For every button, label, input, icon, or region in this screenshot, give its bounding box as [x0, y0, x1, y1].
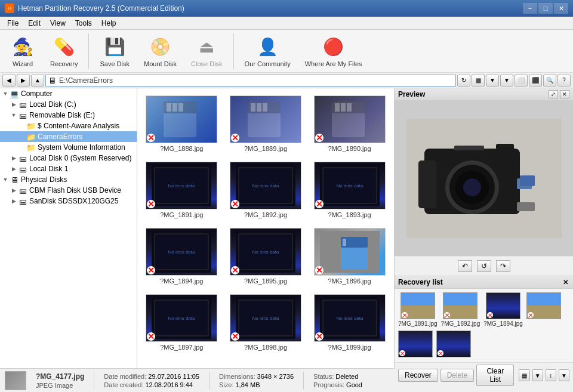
file-thumb-wrap-f1: ✕ — [146, 95, 217, 143]
sidebar-item-local-0[interactable]: ▶ 🖴 Local Disk 0 (System Reserved) — [0, 153, 137, 163]
sidebar-item-content-aware[interactable]: 📁 $ Content-Aware Analysis — [0, 121, 137, 131]
sidebar-item-removable-e[interactable]: ▼ 🖴 Removable Disk (E:) — [0, 110, 137, 121]
preview-next-button[interactable]: ↷ — [496, 260, 510, 272]
sidebar-item-local-1[interactable]: ▶ 🖴 Local Disk 1 — [0, 163, 137, 174]
file-item-f8[interactable]: No lens data ✕?MG_1895.jpg — [226, 226, 306, 287]
content-area: ✕?MG_1888.jpg ✕?MG_1889.jpg ✕?MG_1890.jp… — [137, 88, 394, 368]
recovery-thumb-rl4[interactable]: ✕ — [526, 292, 561, 327]
file-item-f6[interactable]: No lens data ✕?MG_1893.jpg — [310, 159, 389, 221]
file-item-f3[interactable]: ✕?MG_1890.jpg — [310, 93, 389, 155]
menu-tools[interactable]: Tools — [70, 18, 97, 29]
svg-text:No lens data: No lens data — [168, 183, 195, 189]
file-thumb-wrap-f9: ✕ — [314, 228, 386, 276]
preview-detach-button[interactable]: ⤢ — [549, 90, 558, 98]
recovery-thumb-rl5[interactable]: ✕ — [398, 331, 433, 359]
forward-button[interactable]: ▶ — [17, 75, 30, 87]
recovery-thumb-rl2[interactable]: ✕?MG_1892.jpg — [441, 292, 480, 327]
file-thumb-f1 — [146, 95, 217, 143]
preview-reload-button[interactable]: ↺ — [477, 260, 491, 272]
file-item-f10[interactable]: No lens data ✕?MG_1897.jpg — [142, 292, 221, 353]
wizard-icon: 🧙 — [11, 35, 35, 59]
svg-rect-3 — [172, 103, 177, 112]
sidebar-item-physical-disks[interactable]: ▼ 🖥 Physical Disks — [0, 174, 137, 185]
file-thumb-wrap-f12: No lens data ✕ — [314, 294, 386, 342]
mount-disk-label: Mount Disk — [144, 60, 177, 67]
sidebar-item-local-c[interactable]: ▶ 🖴 Local Disk (C:) — [0, 99, 137, 110]
recovery-sort-button[interactable]: ↕ — [546, 369, 556, 381]
search-button[interactable]: 🔍 — [543, 75, 556, 87]
back-button[interactable]: ◀ — [2, 75, 16, 87]
deleted-mark-f5: ✕ — [231, 200, 239, 208]
menu-view[interactable]: View — [45, 18, 70, 29]
recovery-thumb-rl3[interactable]: ✕?MG_1894.jpg — [483, 292, 523, 327]
mount-disk-button[interactable]: 📀 Mount Disk — [139, 33, 181, 70]
view-dropdown[interactable]: ▼ — [486, 75, 499, 87]
recovery-thumb-rl1[interactable]: ✕?MG_1891.jpg — [398, 292, 438, 327]
recovery-sort-dropdown[interactable]: ▼ — [559, 369, 569, 381]
deleted-mark-f2: ✕ — [231, 134, 239, 142]
file-item-f11[interactable]: No lens data ✕?MG_1898.jpg — [226, 292, 306, 353]
menu-file[interactable]: File — [2, 18, 23, 29]
svg-point-49 — [463, 178, 481, 196]
menu-edit[interactable]: Edit — [23, 18, 45, 29]
sidebar-item-camera-errors[interactable]: 📁 CameraErrors — [0, 131, 137, 142]
toggle-system-volume — [18, 144, 26, 150]
nav-btn-2[interactable]: ⬛ — [529, 75, 542, 87]
recovery-button[interactable]: 💊 Recovery — [45, 33, 82, 70]
where-files-button[interactable]: 🔴 Where Are My Files — [300, 33, 367, 70]
nav-btn-1[interactable]: ⬜ — [515, 75, 528, 87]
status-dates: Date modified: 29.07.2016 11:05 Date cre… — [104, 373, 199, 388]
deleted-mark-f7: ✕ — [147, 266, 155, 274]
recovery-thumb-rl6[interactable]: ✕ — [436, 331, 471, 359]
recovery-thumb-img-rl4: ✕ — [526, 292, 561, 319]
view-button[interactable]: ▦ — [472, 75, 485, 87]
recover-button[interactable]: Recover — [398, 369, 438, 382]
refresh-button[interactable]: ↻ — [457, 75, 470, 87]
recovery-thumb-del-rl3: ✕ — [487, 312, 493, 318]
save-disk-button[interactable]: 💾 Save Disk — [95, 33, 134, 70]
file-item-f12[interactable]: No lens data ✕?MG_1899.jpg — [310, 292, 389, 353]
preview-prev-button[interactable]: ↶ — [458, 260, 472, 272]
file-thumb-f3 — [314, 95, 386, 143]
status-dim: Dimensions: 3648 × 2736 — [219, 373, 294, 380]
sidebar-item-computer[interactable]: ▼ 💻 Computer — [0, 88, 137, 99]
address-bar[interactable]: 🖥 E:\CameraErrors — [45, 75, 456, 87]
close-button[interactable]: ✕ — [554, 3, 568, 14]
clear-list-button[interactable]: Clear List — [476, 365, 514, 386]
close-disk-button[interactable]: ⏏ Close Disk — [186, 33, 227, 70]
file-item-f1[interactable]: ✕?MG_1888.jpg — [142, 93, 221, 155]
recovery-thumb-del-rl6: ✕ — [438, 350, 443, 356]
sidebar-item-cbm[interactable]: ▶ 🖴 CBM Flash Disk USB Device — [0, 185, 137, 196]
file-item-f2[interactable]: ✕?MG_1889.jpg — [226, 93, 306, 155]
file-item-f9[interactable]: ✕?MG_1896.jpg — [310, 226, 389, 287]
close-disk-label: Close Disk — [191, 60, 223, 67]
minimize-button[interactable]: − — [523, 3, 537, 14]
wizard-button[interactable]: 🧙 Wizard — [5, 33, 41, 70]
community-button[interactable]: 👤 Our Community — [240, 33, 295, 70]
cbm-icon: 🖴 — [18, 186, 27, 195]
recovery-list-close[interactable]: ✕ — [561, 278, 569, 286]
recovery-view-dropdown[interactable]: ▼ — [532, 369, 543, 381]
file-thumb-wrap-f5: No lens data ✕ — [230, 162, 301, 209]
filter-button[interactable]: ▼ — [500, 75, 513, 87]
file-item-f7[interactable]: No lens data ✕?MG_1894.jpg — [142, 226, 221, 287]
recovery-view-button[interactable]: ▦ — [519, 369, 529, 381]
where-files-label: Where Are My Files — [305, 60, 362, 67]
file-thumb-f7: No lens data — [146, 228, 217, 276]
delete-button[interactable]: Delete — [440, 369, 475, 382]
toggle-cbm: ▶ — [10, 187, 18, 193]
sandisk-icon: 🖴 — [18, 197, 27, 205]
sidebar-item-system-volume[interactable]: 📁 System Volume Information — [0, 142, 137, 153]
file-item-f4[interactable]: No lens data ✕?MG_1891.jpg — [142, 159, 221, 221]
sidebar-item-sandisk[interactable]: ▶ 🖴 SanDisk SDSSDX120GG25 — [0, 196, 137, 206]
help-nav-button[interactable]: ? — [557, 75, 571, 87]
preview-close-button[interactable]: ✕ — [560, 90, 569, 98]
file-item-f5[interactable]: No lens data ✕?MG_1892.jpg — [226, 159, 306, 221]
menu-help[interactable]: Help — [97, 18, 121, 29]
file-thumb-wrap-f2: ✕ — [230, 95, 301, 143]
maximize-button[interactable]: □ — [538, 3, 553, 14]
file-name-f12: ?MG_1899.jpg — [328, 344, 371, 351]
file-name-f4: ?MG_1891.jpg — [160, 211, 203, 218]
up-button[interactable]: ▲ — [31, 75, 44, 87]
status-modified: Date modified: 29.07.2016 11:05 — [104, 373, 199, 380]
